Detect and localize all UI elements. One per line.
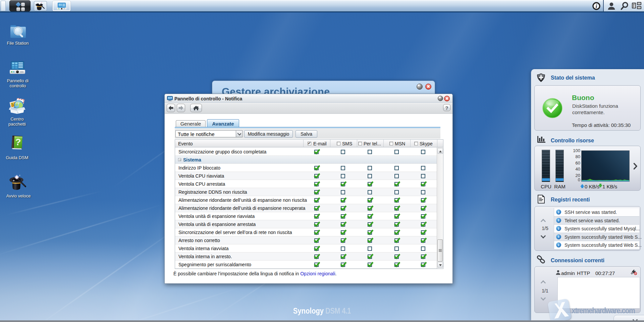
svg-text:i: i [596,3,597,9]
svg-text:?: ? [15,137,21,147]
